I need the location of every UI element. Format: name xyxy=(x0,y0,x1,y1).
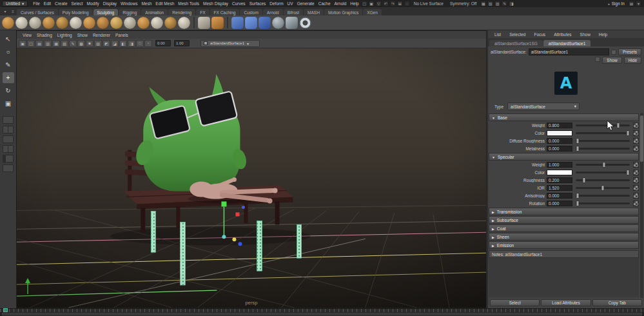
menu-item[interactable]: Select xyxy=(70,1,85,6)
menu-item[interactable]: Cache xyxy=(317,1,333,6)
attribute-scrollbar[interactable] xyxy=(640,113,643,298)
flatten-brush-icon[interactable] xyxy=(70,17,82,29)
layout-single-pane-button[interactable] xyxy=(3,116,14,124)
panel-menu-item[interactable]: Panels xyxy=(113,33,131,37)
texture-map-button[interactable] xyxy=(633,177,639,183)
shelf-tab[interactable]: Sculpting xyxy=(93,9,119,15)
sign-in-button[interactable]: Sign In xyxy=(605,1,628,6)
notes-section[interactable]: Notes: aiStandardSurface1 xyxy=(489,250,639,258)
attr-value-field[interactable] xyxy=(547,146,572,152)
attr-slider[interactable] xyxy=(576,179,630,181)
range-slider[interactable] xyxy=(0,312,644,316)
panel-menu-item[interactable]: Renderer xyxy=(90,33,113,37)
panel-menu-item[interactable]: Shading xyxy=(34,33,55,37)
new-scene-icon[interactable]: ▢ xyxy=(362,1,367,6)
menu-item[interactable]: Mesh xyxy=(139,1,153,6)
menu-item[interactable]: Deform xyxy=(268,1,285,6)
pinch-brush-icon[interactable] xyxy=(56,17,68,29)
menu-item[interactable]: Mesh Tools xyxy=(176,1,201,6)
snap-to-point-icon[interactable]: ◦ xyxy=(404,1,410,6)
panel-menu-item[interactable]: Lighting xyxy=(55,33,75,37)
isolate-select-icon[interactable]: □ xyxy=(136,40,144,47)
lasso-select-tool[interactable]: ○ xyxy=(3,46,14,57)
menu-item[interactable]: Generate xyxy=(295,1,317,6)
shaded-mode-icon[interactable]: ■ xyxy=(86,40,93,47)
texture-map-button[interactable] xyxy=(633,123,639,128)
range-slider-handle[interactable] xyxy=(2,313,642,315)
menu-item[interactable]: Surfaces xyxy=(248,1,268,6)
paint-effects-icon[interactable]: ✎ xyxy=(502,1,507,6)
xray-mode-icon[interactable]: ▫ xyxy=(144,40,152,47)
panel-menu-item[interactable]: View xyxy=(20,33,34,37)
texture-map-button[interactable] xyxy=(633,146,639,152)
shadows-toggle-icon[interactable]: ◪ xyxy=(111,40,119,47)
layout-four-pane-button[interactable] xyxy=(3,145,14,153)
smooth-brush-icon[interactable] xyxy=(15,17,28,29)
menu-item[interactable]: Display xyxy=(101,1,119,6)
uv-editor-icon[interactable] xyxy=(245,17,257,29)
texture-map-button[interactable] xyxy=(633,162,639,168)
menu-item[interactable]: Mesh Display xyxy=(201,1,230,6)
slider-handle[interactable] xyxy=(576,138,579,144)
attr-value-field[interactable] xyxy=(547,201,572,206)
section-coat[interactable]: Coat xyxy=(489,224,639,232)
relax-brush-icon[interactable] xyxy=(29,17,41,29)
grease-pencil-icon[interactable]: ✎ xyxy=(69,40,77,47)
slider-handle[interactable] xyxy=(576,201,579,206)
layout-two-pane-horizontal-button[interactable] xyxy=(3,135,14,143)
ae-menu-item[interactable]: Focus xyxy=(532,32,547,37)
texture-map-button[interactable] xyxy=(633,201,639,206)
spray-brush-icon[interactable] xyxy=(97,17,109,29)
view-cube-icon[interactable]: ▣ xyxy=(19,40,26,47)
slider-handle[interactable] xyxy=(602,162,605,168)
menu-item[interactable]: Edit Mesh xyxy=(153,1,176,6)
section-sheen[interactable]: Sheen xyxy=(489,233,639,241)
shelf-tab[interactable]: FX Caching xyxy=(210,9,240,15)
type-dropdown[interactable]: aiStandardSurface xyxy=(507,103,580,110)
fill-brush-icon[interactable] xyxy=(164,17,177,29)
menu-item[interactable]: Modify xyxy=(85,1,101,6)
knife-brush-icon[interactable] xyxy=(178,17,190,29)
sculpt-falloff-icon[interactable] xyxy=(211,17,224,29)
repeat-brush-icon[interactable] xyxy=(110,17,122,29)
sphere-primitive-icon[interactable] xyxy=(272,17,284,29)
hypershade-icon[interactable]: ◨ xyxy=(509,1,514,6)
attr-slider[interactable] xyxy=(576,140,630,142)
menu-item[interactable]: Edit xyxy=(42,1,53,6)
attr-slider[interactable] xyxy=(576,148,630,150)
slider-handle[interactable] xyxy=(626,130,629,136)
workspace-menu-icon[interactable]: ▤ xyxy=(629,1,634,6)
exposure-field[interactable]: 0.00 xyxy=(155,40,171,46)
shelf-tab[interactable]: MASH xyxy=(304,9,324,15)
layout-two-pane-vertical-button[interactable] xyxy=(3,126,14,133)
ae-menu-item[interactable]: Attributes xyxy=(552,32,573,37)
color-swatch[interactable] xyxy=(547,170,572,175)
menu-item[interactable]: Windows xyxy=(119,1,139,6)
attr-value-field[interactable] xyxy=(547,177,572,183)
attr-slider[interactable] xyxy=(576,202,630,204)
shelf-tab[interactable]: Rigging xyxy=(119,9,141,15)
pan-zoom-icon[interactable]: ▧ xyxy=(61,40,68,47)
workspace-selector[interactable]: Untitled xyxy=(2,1,28,6)
texture-map-button[interactable] xyxy=(633,138,639,144)
attr-slider[interactable] xyxy=(576,164,630,166)
attr-slider[interactable] xyxy=(576,195,630,197)
menu-item[interactable]: Arnold xyxy=(333,1,349,6)
select-button[interactable]: Select xyxy=(490,299,540,306)
attr-value-field[interactable] xyxy=(547,123,572,128)
color-swatch[interactable] xyxy=(547,130,572,136)
shelf-tab[interactable]: Animation xyxy=(141,9,168,15)
motion-blur-icon[interactable]: ◨ xyxy=(128,40,135,47)
slider-handle[interactable] xyxy=(576,193,579,199)
viewport-canvas[interactable]: persp xyxy=(17,48,486,308)
ae-menu-item[interactable]: Show xyxy=(578,32,592,37)
copy-tab-button[interactable]: Copy Tab xyxy=(592,299,642,306)
menu-item[interactable]: Curves xyxy=(230,1,248,6)
wax-brush-icon[interactable] xyxy=(137,17,150,29)
lighting-toggle-icon[interactable]: ◩ xyxy=(102,40,110,47)
slider-handle[interactable] xyxy=(601,185,605,191)
shelf-edit-icon[interactable]: ≡ xyxy=(10,8,16,15)
bookmarks-icon[interactable]: ▥ xyxy=(44,40,52,47)
torus-primitive-icon[interactable] xyxy=(299,17,311,29)
ae-menu-item[interactable]: Selected xyxy=(507,32,527,37)
